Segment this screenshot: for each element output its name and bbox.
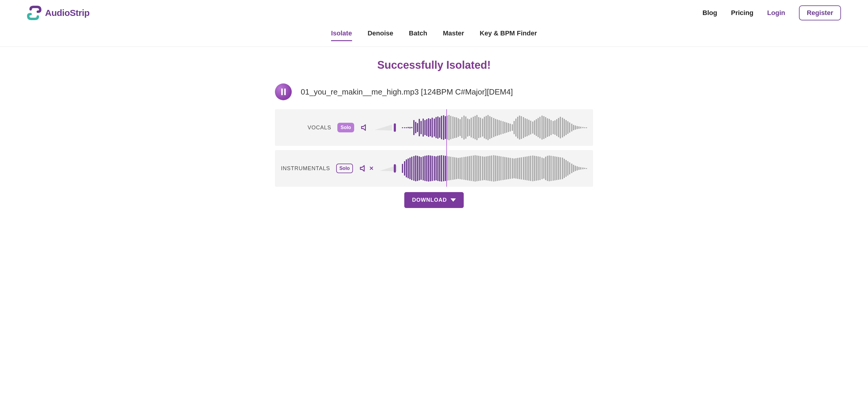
stems-container: VOCALS Solo INSTRUMENTALS Solo (275, 109, 593, 187)
logo-mark-icon (27, 6, 41, 20)
svg-marker-0 (375, 125, 392, 130)
tab-isolate[interactable]: Isolate (331, 29, 352, 41)
status-headline: Successfully Isolated! (275, 59, 593, 71)
solo-button-instrumentals[interactable]: Solo (336, 163, 353, 173)
dropdown-caret-icon (451, 198, 456, 202)
pause-button[interactable] (275, 84, 292, 100)
tab-master[interactable]: Master (443, 29, 464, 41)
mute-button-vocals[interactable] (360, 123, 369, 132)
volume-thumb (394, 164, 396, 173)
brand-name: AudioStrip (45, 8, 89, 18)
stem-row-instrumentals: INSTRUMENTALS Solo ✕ (275, 150, 593, 187)
brand-logo[interactable]: AudioStrip (27, 6, 89, 20)
tab-keybpm[interactable]: Key & BPM Finder (479, 29, 537, 41)
download-button[interactable]: DOWNLOAD (404, 192, 464, 208)
speaker-icon (359, 164, 367, 173)
mute-x-icon: ✕ (369, 165, 374, 172)
waveform-vocals[interactable] (402, 114, 587, 141)
stem-label-instrumentals: INSTRUMENTALS (281, 165, 330, 172)
waveform-instrumentals[interactable] (402, 155, 587, 182)
track-filename: 01_you_re_makin__me_high.mp3 [124BPM C#M… (301, 87, 513, 97)
nav-login[interactable]: Login (767, 9, 785, 17)
stem-label-vocals: VOCALS (281, 125, 331, 131)
speaker-icon (360, 123, 369, 132)
tab-denoise[interactable]: Denoise (368, 29, 394, 41)
stem-row-vocals: VOCALS Solo (275, 109, 593, 146)
register-button[interactable]: Register (799, 5, 841, 21)
nav-pricing[interactable]: Pricing (731, 9, 754, 17)
subnav: Isolate Denoise Batch Master Key & BPM F… (0, 21, 868, 47)
tab-batch[interactable]: Batch (409, 29, 427, 41)
volume-thumb (394, 123, 396, 132)
download-label: DOWNLOAD (412, 197, 447, 203)
solo-button-vocals[interactable]: Solo (337, 123, 354, 132)
pause-icon (281, 89, 286, 95)
mute-button-instrumentals[interactable]: ✕ (359, 164, 374, 173)
nav-blog[interactable]: Blog (703, 9, 717, 17)
volume-slider-instrumentals[interactable] (380, 164, 396, 173)
volume-slider-vocals[interactable] (375, 123, 396, 132)
